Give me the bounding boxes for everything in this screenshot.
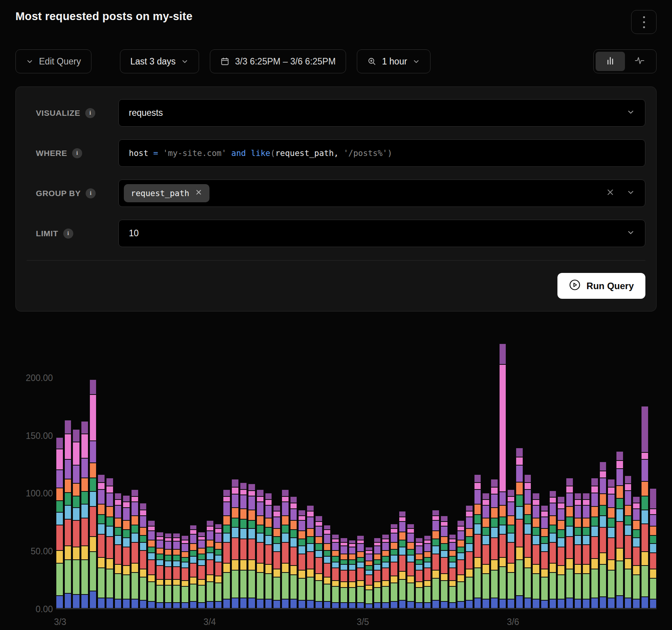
run-query-button[interactable]: Run Query <box>557 273 645 299</box>
stacked-bar[interactable] <box>332 534 339 608</box>
bar-segment-yellow <box>382 581 389 586</box>
stacked-bar[interactable] <box>415 538 423 608</box>
stacked-bar[interactable] <box>81 421 88 608</box>
stacked-bar[interactable] <box>282 489 289 608</box>
stacked-bar[interactable] <box>115 493 122 609</box>
stacked-bar[interactable] <box>265 493 272 609</box>
chip-remove-icon[interactable] <box>195 188 203 198</box>
bar-segment-pink <box>198 537 205 540</box>
stacked-bar[interactable] <box>399 511 406 608</box>
stacked-bar[interactable] <box>474 474 481 608</box>
stacked-bar[interactable] <box>123 495 130 609</box>
visualize-select[interactable]: requests <box>118 99 645 127</box>
bar-segment-blue <box>583 599 590 608</box>
bar-segment-dark-purple <box>89 379 97 395</box>
stacked-bar[interactable] <box>449 534 456 608</box>
stacked-bar[interactable] <box>591 478 598 608</box>
stacked-bar[interactable] <box>625 476 632 608</box>
clear-icon[interactable] <box>606 188 615 199</box>
stacked-bar[interactable] <box>566 478 573 608</box>
stacked-bar[interactable] <box>382 534 389 608</box>
bar-segment-red <box>608 538 615 560</box>
stacked-bar[interactable] <box>215 524 222 608</box>
stacked-bar[interactable] <box>181 535 189 608</box>
stacked-bar[interactable] <box>165 533 172 608</box>
stacked-bar[interactable] <box>73 429 80 608</box>
stacked-bar[interactable] <box>583 493 590 609</box>
limit-select[interactable]: 10 <box>118 220 645 247</box>
stacked-bar[interactable] <box>374 538 381 608</box>
stacked-bar[interactable] <box>491 479 498 608</box>
info-icon[interactable]: i <box>86 188 96 198</box>
stacked-bar[interactable] <box>650 488 657 608</box>
stacked-bar[interactable] <box>231 479 239 608</box>
stacked-bar[interactable] <box>148 520 155 608</box>
stacked-bar[interactable] <box>365 547 373 608</box>
stacked-bar[interactable] <box>307 505 314 608</box>
stacked-bar[interactable] <box>457 520 464 608</box>
bar-segment-yellow <box>215 576 222 583</box>
stacked-bar[interactable] <box>357 535 364 608</box>
stacked-bar[interactable] <box>349 540 356 608</box>
stacked-bar[interactable] <box>499 344 507 608</box>
stacked-bar[interactable] <box>248 484 255 608</box>
group-by-chip[interactable]: request_path <box>124 184 209 202</box>
stacked-bar[interactable] <box>424 535 431 608</box>
stacked-bar[interactable] <box>641 406 648 608</box>
stacked-bar[interactable] <box>441 516 448 608</box>
stacked-bar[interactable] <box>432 510 439 608</box>
stacked-bar[interactable] <box>89 379 97 608</box>
stacked-bar[interactable] <box>466 505 473 608</box>
stacked-bar[interactable] <box>524 474 532 608</box>
line-chart-toggle[interactable] <box>625 52 654 71</box>
stacked-bar[interactable] <box>340 538 348 608</box>
stacked-bar[interactable] <box>324 525 331 608</box>
stacked-bar[interactable] <box>549 491 557 608</box>
bar-segment-orange <box>282 516 289 525</box>
stacked-bar[interactable] <box>407 524 414 608</box>
stacked-bar[interactable] <box>557 496 565 609</box>
chevron-down-icon[interactable] <box>626 188 635 199</box>
info-icon[interactable]: i <box>85 108 95 118</box>
stacked-bar[interactable] <box>98 474 105 608</box>
stacked-bar[interactable] <box>64 420 72 608</box>
bar-chart-toggle[interactable] <box>596 52 625 71</box>
stacked-bar[interactable] <box>616 451 623 608</box>
stacked-bar[interactable] <box>106 478 113 608</box>
stacked-bar[interactable] <box>240 483 247 608</box>
granularity-dropdown[interactable]: 1 hour <box>357 49 431 73</box>
stacked-bar[interactable] <box>315 516 322 608</box>
stacked-bar[interactable] <box>541 505 548 608</box>
stacked-bar[interactable] <box>507 489 515 608</box>
code-token: host <box>129 149 149 158</box>
stacked-bar[interactable] <box>223 489 230 608</box>
edit-query-button[interactable]: Edit Query <box>15 49 91 73</box>
stacked-bar[interactable] <box>633 496 640 609</box>
stacked-bar[interactable] <box>290 496 297 609</box>
time-range-dropdown[interactable]: Last 3 days <box>120 49 199 73</box>
stacked-bar[interactable] <box>516 448 523 608</box>
stacked-bar[interactable] <box>482 493 490 609</box>
stacked-bar[interactable] <box>532 493 540 609</box>
info-icon[interactable]: i <box>63 229 73 239</box>
stacked-bar[interactable] <box>608 479 615 608</box>
stacked-bar[interactable] <box>599 462 607 608</box>
date-range-picker[interactable]: 3/3 6:25PM – 3/6 6:25PM <box>210 49 346 73</box>
stacked-bar[interactable] <box>156 532 164 608</box>
stacked-bar[interactable] <box>173 533 180 608</box>
stacked-bar[interactable] <box>56 437 63 608</box>
group-by-select[interactable]: request_path <box>118 180 645 207</box>
stacked-bar[interactable] <box>131 489 138 608</box>
stacked-bar[interactable] <box>390 524 398 608</box>
stacked-bar[interactable] <box>198 532 205 608</box>
stacked-bar[interactable] <box>298 510 306 608</box>
info-icon[interactable]: i <box>72 148 82 158</box>
stacked-bar[interactable] <box>273 505 280 608</box>
stacked-bar[interactable] <box>257 489 264 608</box>
where-input[interactable]: host = 'my-site.com' and like(request_pa… <box>118 139 645 167</box>
kebab-menu-button[interactable] <box>631 10 657 34</box>
stacked-bar[interactable] <box>190 525 197 608</box>
stacked-bar[interactable] <box>574 493 582 609</box>
stacked-bar[interactable] <box>206 520 214 608</box>
stacked-bar[interactable] <box>140 503 147 608</box>
